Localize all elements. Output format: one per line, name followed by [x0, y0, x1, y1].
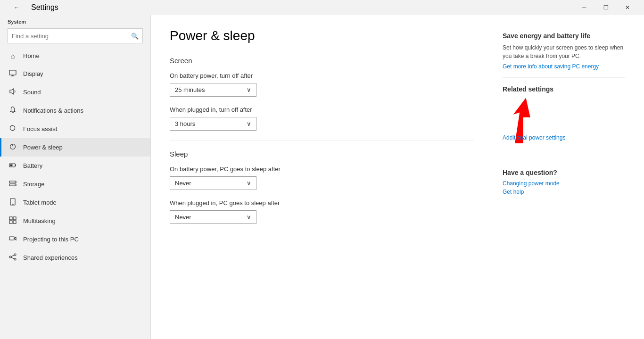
- right-panel: Save energy and battery life Set how qui…: [503, 28, 625, 326]
- sidebar-item-label: Projecting to this PC: [23, 236, 79, 243]
- back-button[interactable]: ←: [6, 0, 27, 15]
- sleep-battery-label: On battery power, PC goes to sleep after: [170, 165, 474, 173]
- app-body: System 🔍 ⌂ Home Display Sound Notifi: [0, 15, 644, 339]
- divider: [170, 140, 474, 141]
- svg-line-24: [11, 255, 14, 256]
- sidebar-item-label: Multitasking: [23, 217, 56, 224]
- sidebar-item-projecting[interactable]: Projecting to this PC: [0, 230, 150, 248]
- have-question-title: Have a question?: [503, 169, 625, 176]
- window-controls: ─ ❐ ✕: [573, 0, 638, 15]
- screen-battery-dropdown[interactable]: 25 minutes ∨: [170, 83, 256, 97]
- screen-plugged-value: 3 hours: [175, 120, 195, 127]
- screen-plugged-label: When plugged in, turn off after: [170, 106, 474, 113]
- get-more-info-link[interactable]: Get more info about saving PC energy: [503, 63, 625, 70]
- svg-point-23: [14, 258, 16, 260]
- svg-rect-18: [9, 221, 12, 223]
- svg-marker-3: [10, 89, 14, 94]
- screen-section-heading: Screen: [170, 57, 474, 65]
- svg-rect-16: [9, 217, 12, 220]
- sidebar-item-home[interactable]: ⌂ Home: [0, 47, 150, 65]
- svg-rect-9: [10, 165, 13, 166]
- get-help-link[interactable]: Get help: [503, 189, 625, 195]
- sidebar-item-label: Sound: [23, 89, 41, 96]
- chevron-down-icon: ∨: [247, 120, 251, 127]
- system-label: System: [0, 15, 150, 26]
- tablet-icon: [9, 198, 17, 207]
- sidebar-item-label: Battery: [23, 162, 42, 169]
- sidebar-item-notifications[interactable]: Notifications & actions: [0, 101, 150, 120]
- search-input[interactable]: [12, 33, 131, 40]
- chevron-down-icon: ∨: [247, 86, 251, 93]
- svg-rect-19: [13, 221, 16, 223]
- svg-point-12: [15, 182, 16, 182]
- screen-plugged-dropdown[interactable]: 3 hours ∨: [170, 117, 256, 131]
- sleep-battery-dropdown[interactable]: Never ∨: [170, 176, 256, 190]
- focus-icon: [9, 124, 17, 133]
- svg-rect-20: [9, 237, 14, 240]
- sleep-plugged-dropdown[interactable]: Never ∨: [170, 210, 256, 224]
- search-box[interactable]: 🔍: [8, 28, 143, 43]
- notifications-icon: [9, 106, 17, 115]
- sidebar-item-label: Tablet mode: [23, 199, 57, 206]
- svg-line-25: [11, 257, 14, 259]
- storage-icon: [9, 180, 17, 189]
- search-icon: 🔍: [131, 33, 139, 40]
- svg-point-13: [15, 184, 16, 185]
- close-button[interactable]: ✕: [617, 0, 638, 15]
- home-icon: ⌂: [9, 52, 17, 60]
- settings-panel: Power & sleep Screen On battery power, t…: [170, 28, 474, 326]
- additional-power-link[interactable]: Additional power settings: [503, 134, 565, 141]
- sleep-section-heading: Sleep: [170, 150, 474, 158]
- sidebar-item-tablet[interactable]: Tablet mode: [0, 193, 150, 212]
- sidebar-item-label: Power & sleep: [23, 144, 63, 151]
- svg-point-22: [9, 256, 11, 258]
- display-icon: [9, 69, 17, 78]
- sidebar-item-display[interactable]: Display: [0, 65, 150, 83]
- save-energy-title: Save energy and battery life: [503, 32, 625, 40]
- sidebar-item-label: Focus assist: [23, 125, 57, 132]
- main-content: Power & sleep Screen On battery power, t…: [151, 15, 644, 339]
- sidebar-item-sound[interactable]: Sound: [0, 83, 150, 101]
- sidebar: System 🔍 ⌂ Home Display Sound Notifi: [0, 15, 151, 339]
- sidebar-item-focus[interactable]: Focus assist: [0, 120, 150, 138]
- right-divider-1: [503, 77, 625, 78]
- restore-button[interactable]: ❐: [595, 0, 617, 15]
- sidebar-item-power[interactable]: Power & sleep: [0, 138, 150, 157]
- shared-icon: [9, 253, 17, 262]
- chevron-down-icon: ∨: [247, 180, 251, 187]
- sidebar-item-label: Shared experiences: [23, 254, 78, 261]
- sleep-plugged-value: Never: [175, 214, 191, 221]
- screen-battery-label: On battery power, turn off after: [170, 72, 474, 79]
- app-title: Settings: [31, 3, 58, 12]
- page-title: Power & sleep: [170, 28, 474, 43]
- multitasking-icon: [9, 216, 17, 225]
- svg-point-21: [14, 254, 16, 256]
- chevron-down-icon: ∨: [247, 214, 251, 221]
- svg-rect-0: [9, 70, 16, 75]
- minimize-button[interactable]: ─: [573, 0, 595, 15]
- sidebar-item-shared[interactable]: Shared experiences: [0, 248, 150, 267]
- sidebar-item-storage[interactable]: Storage: [0, 175, 150, 193]
- svg-rect-17: [13, 217, 16, 220]
- battery-icon: [9, 161, 17, 170]
- sidebar-item-label: Storage: [23, 181, 45, 188]
- power-icon: [9, 143, 17, 152]
- save-energy-desc: Set how quickly your screen goes to slee…: [503, 43, 625, 60]
- sleep-plugged-label: When plugged in, PC goes to sleep after: [170, 199, 474, 207]
- changing-power-link[interactable]: Changing power mode: [503, 180, 625, 187]
- sidebar-item-label: Notifications & actions: [23, 107, 83, 114]
- sleep-battery-value: Never: [175, 180, 191, 187]
- sidebar-item-label: Display: [23, 70, 43, 77]
- sidebar-item-multitasking[interactable]: Multitasking: [0, 212, 150, 230]
- sidebar-item-label: Home: [23, 52, 40, 59]
- titlebar-left: ← Settings: [6, 0, 58, 15]
- right-divider-2: [503, 161, 625, 161]
- screen-battery-value: 25 minutes: [175, 86, 205, 93]
- projecting-icon: [9, 235, 17, 244]
- sound-icon: [9, 88, 17, 97]
- titlebar: ← Settings ─ ❐ ✕: [0, 0, 644, 15]
- sidebar-item-battery[interactable]: Battery: [0, 157, 150, 175]
